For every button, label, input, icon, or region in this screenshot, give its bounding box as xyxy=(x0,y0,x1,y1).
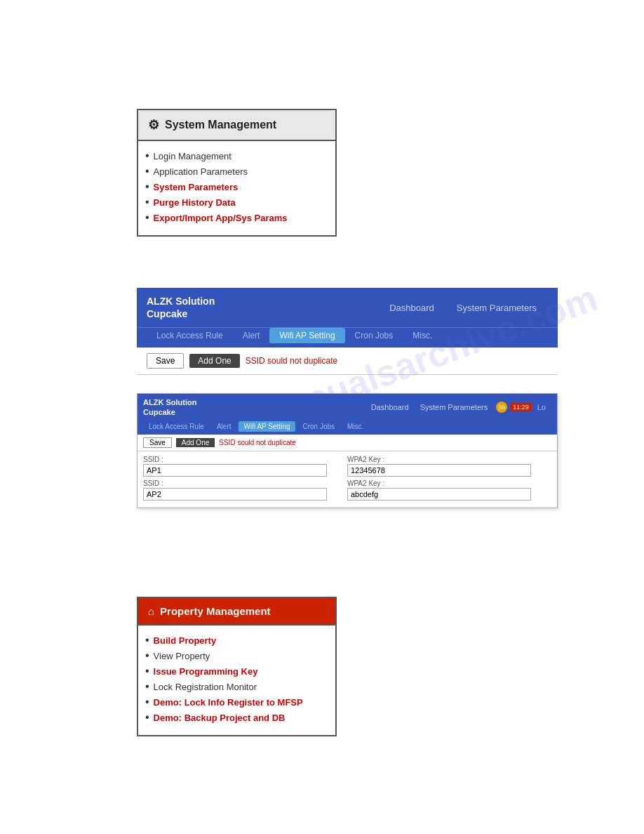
small-save-button[interactable]: Save xyxy=(143,437,172,448)
menu-item-demo-lock-info[interactable]: Demo: Lock Info Register to MFSP xyxy=(145,694,328,710)
ssid-label-2: SSID : xyxy=(143,479,347,487)
menu-item-login[interactable]: Login Management xyxy=(145,148,328,164)
alzk-subtabs: Lock Access Rule Alert Wifi AP Setting C… xyxy=(137,327,558,348)
menu-link-lock-reg[interactable]: Lock Registration Monitor xyxy=(154,682,257,692)
small-add-one-button[interactable]: Add One xyxy=(176,438,215,447)
small-subtab-misc[interactable]: Misc. xyxy=(342,421,369,432)
small-subtab-lock[interactable]: Lock Access Rule xyxy=(143,421,210,432)
alzk-nav-tabs: Dashboard System Parameters xyxy=(378,300,548,316)
small-subtab-alert[interactable]: Alert xyxy=(211,421,237,432)
wpa2-label-2: WPA2 Key : xyxy=(347,479,551,487)
menu-link-sys-params[interactable]: System Parameters xyxy=(154,182,239,192)
property-mgmt-header: ⌂ Property Management xyxy=(138,598,335,626)
menu-item-build-property[interactable]: Build Property xyxy=(145,633,328,648)
small-brand-line1: ALZK Solution xyxy=(143,398,196,406)
gear-icon: ⚙ xyxy=(148,117,159,133)
small-toolbar: Save Add One SSID sould not duplicate xyxy=(137,435,557,451)
brand-line2: Cupcake xyxy=(147,308,187,319)
alzk-topbar: ALZK Solution Cupcake Dashboard System P… xyxy=(137,288,558,327)
menu-link-issue-key[interactable]: Issue Programming Key xyxy=(154,666,258,677)
brand-line1: ALZK Solution xyxy=(147,296,215,307)
wpa2-input-1[interactable] xyxy=(347,464,531,477)
wpa2-field-1: WPA2 Key : xyxy=(347,456,551,477)
menu-item-issue-key[interactable]: Issue Programming Key xyxy=(145,663,328,679)
small-error-msg: SSID sould not duplicate xyxy=(219,439,296,446)
menu-item-export[interactable]: Export/Import App/Sys Params xyxy=(145,210,328,225)
badge-num: 56 xyxy=(496,402,507,413)
ssid-input-1[interactable] xyxy=(143,464,327,477)
menu-item-lock-reg[interactable]: Lock Registration Monitor xyxy=(145,679,328,694)
small-subtab-cron[interactable]: Cron Jobs xyxy=(297,421,340,432)
menu-item-app-params[interactable]: Application Parameters xyxy=(145,164,328,179)
subtab-misc[interactable]: Misc. xyxy=(403,328,442,343)
subtab-wifi-ap[interactable]: Wifi AP Setting xyxy=(269,328,344,343)
alzk-large-panel: ALZK Solution Cupcake Dashboard System P… xyxy=(137,288,558,375)
ssid-field-1: SSID : xyxy=(143,456,347,477)
wpa2-field-2: WPA2 Key : xyxy=(347,479,551,501)
menu-link-demo-lock[interactable]: Demo: Lock Info Register to MFSP xyxy=(154,697,303,708)
subtab-cron[interactable]: Cron Jobs xyxy=(345,328,403,343)
small-subtab-wifi[interactable]: Wifi AP Setting xyxy=(239,421,296,432)
small-nav-sys-params[interactable]: System Parameters xyxy=(415,402,494,413)
home-icon: ⌂ xyxy=(148,605,154,617)
small-nav-dashboard[interactable]: Dashboard xyxy=(365,402,415,413)
system-mgmt-title: System Management xyxy=(165,119,276,131)
subtab-lock-access[interactable]: Lock Access Rule xyxy=(147,328,233,343)
menu-item-demo-backup[interactable]: Demo: Backup Project and DB xyxy=(145,710,328,725)
save-button[interactable]: Save xyxy=(147,353,184,369)
menu-link-build-property[interactable]: Build Property xyxy=(154,635,217,646)
nav-dashboard[interactable]: Dashboard xyxy=(378,300,445,316)
menu-link-view-property[interactable]: View Property xyxy=(154,651,210,661)
menu-link-export[interactable]: Export/Import App/Sys Params xyxy=(154,213,288,223)
wpa2-label-1: WPA2 Key : xyxy=(347,456,551,463)
ssid-input-2[interactable] xyxy=(143,488,327,501)
menu-link-app-params[interactable]: Application Parameters xyxy=(154,166,248,177)
small-nav: Dashboard System Parameters 56 11:29 Lo xyxy=(365,402,551,413)
wifi-row-1: SSID : WPA2 Key : xyxy=(143,456,551,477)
alzk-brand: ALZK Solution Cupcake xyxy=(147,295,378,320)
wifi-row-2: SSID : WPA2 Key : xyxy=(143,479,551,501)
error-message: SSID sould not duplicate xyxy=(246,356,337,366)
alzk-small-panel: ALZK Solution Cupcake Dashboard System P… xyxy=(137,393,558,508)
small-subtabs: Lock Access Rule Alert Wifi AP Setting C… xyxy=(137,421,557,435)
small-brand: ALZK Solution Cupcake xyxy=(143,397,365,418)
alzk-toolbar: Save Add One SSID sould not duplicate xyxy=(137,348,558,375)
time-label: 11:29 xyxy=(510,403,532,411)
menu-link-login[interactable]: Login Management xyxy=(154,151,232,161)
subtab-alert[interactable]: Alert xyxy=(233,328,270,343)
small-topbar: ALZK Solution Cupcake Dashboard System P… xyxy=(137,394,557,421)
menu-item-purge[interactable]: Purge History Data xyxy=(145,194,328,210)
property-mgmt-menu: Build Property View Property Issue Progr… xyxy=(138,626,335,735)
menu-link-demo-backup[interactable]: Demo: Backup Project and DB xyxy=(154,713,286,723)
wpa2-input-2[interactable] xyxy=(347,488,531,501)
system-mgmt-header: ⚙ System Management xyxy=(138,110,335,141)
logout-label[interactable]: Lo xyxy=(532,402,551,413)
menu-item-sys-params[interactable]: System Parameters xyxy=(145,179,328,194)
property-management-card: ⌂ Property Management Build Property Vie… xyxy=(137,597,337,736)
system-management-card: ⚙ System Management Login Management App… xyxy=(137,109,337,237)
menu-item-view-property[interactable]: View Property xyxy=(145,648,328,663)
system-mgmt-menu: Login Management Application Parameters … xyxy=(138,141,335,235)
small-brand-line2: Cupcake xyxy=(143,408,175,416)
small-content: SSID : WPA2 Key : SSID : WPA2 Key : xyxy=(137,451,557,508)
nav-system-params[interactable]: System Parameters xyxy=(445,300,548,316)
ssid-field-2: SSID : xyxy=(143,479,347,501)
menu-link-purge[interactable]: Purge History Data xyxy=(154,197,236,208)
add-one-button[interactable]: Add One xyxy=(189,354,239,368)
ssid-label-1: SSID : xyxy=(143,456,347,463)
property-mgmt-title: Property Management xyxy=(160,605,271,617)
